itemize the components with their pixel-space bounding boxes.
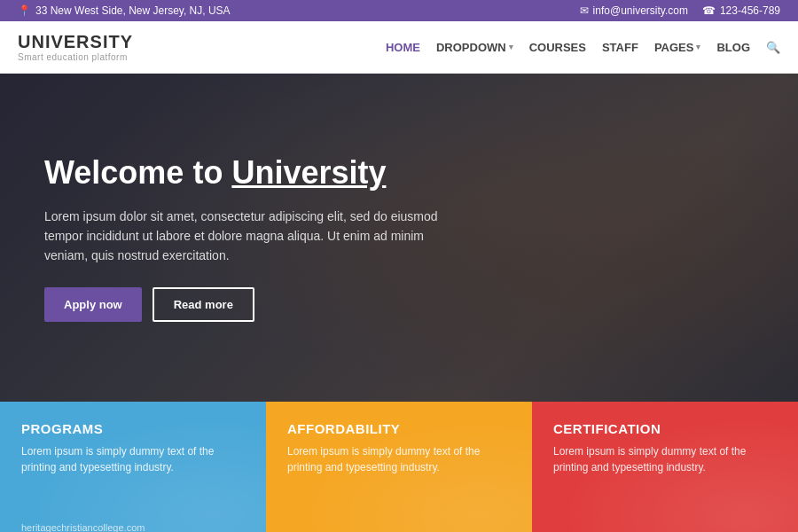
hero-title-highlight: University [231,154,386,191]
apply-now-button[interactable]: Apply now [44,287,142,322]
feature-certification: CERTIFICATION Lorem ipsum is simply dumm… [532,402,798,532]
email-text: info@university.com [593,4,688,17]
nav-staff[interactable]: STAFF [602,41,638,54]
hero-content: Welcome to University Lorem ipsum dolor … [0,118,514,356]
feature-affordability-desc: Lorem ipsum is simply dummy text of the … [287,443,511,475]
pin-icon: 📍 [18,4,31,17]
search-icon[interactable]: 🔍 [766,41,780,54]
hero-section: Welcome to University Lorem ipsum dolor … [0,74,798,402]
header: UNIVERSITY Smart education platform HOME… [0,21,798,74]
read-more-button[interactable]: Read more [153,287,254,322]
feature-programs-title: PROGRAMS [21,421,245,436]
feature-programs-desc: Lorem ipsum is simply dummy text of the … [21,443,245,475]
logo-title: UNIVERSITY [18,32,133,52]
nav-blog[interactable]: BLOG [716,41,750,54]
email-item: ✉ info@university.com [580,4,688,17]
hero-buttons: Apply now Read more [44,287,470,322]
hero-description: Lorem ipsum dolor sit amet, consectetur … [44,207,470,266]
nav-courses[interactable]: COURSES [529,41,586,54]
phone-icon: ☎ [702,4,716,17]
feature-certification-title: CERTIFICATION [553,421,777,436]
top-bar-right: ✉ info@university.com ☎ 123-456-789 [580,4,780,17]
logo-subtitle: Smart education platform [18,52,133,62]
feature-programs-link[interactable]: heritagechristiancollege.com [21,522,145,532]
feature-programs: PROGRAMS Lorem ipsum is simply dummy tex… [0,402,266,532]
dropdown-arrow-icon: ▾ [509,43,513,51]
feature-certification-desc: Lorem ipsum is simply dummy text of the … [553,443,777,475]
address-item: 📍 33 New West Side, New Jersey, NJ, USA [18,4,231,17]
nav-pages[interactable]: PAGES ▾ [654,41,701,54]
hero-title: Welcome to University [44,153,470,192]
phone-item: ☎ 123-456-789 [702,4,780,17]
logo[interactable]: UNIVERSITY Smart education platform [18,32,133,62]
phone-text: 123-456-789 [720,4,780,17]
features-section: PROGRAMS Lorem ipsum is simply dummy tex… [0,402,798,532]
nav-dropdown[interactable]: DROPDOWN ▾ [436,41,513,54]
feature-affordability: AFFORDABILITY Lorem ipsum is simply dumm… [266,402,532,532]
feature-affordability-title: AFFORDABILITY [287,421,511,436]
nav-home[interactable]: HOME [386,41,420,54]
main-nav: HOME DROPDOWN ▾ COURSES STAFF PAGES ▾ BL… [386,41,780,54]
address-text: 33 New West Side, New Jersey, NJ, USA [35,4,231,17]
pages-arrow-icon: ▾ [696,43,700,51]
mail-icon: ✉ [580,4,589,17]
top-bar: 📍 33 New West Side, New Jersey, NJ, USA … [0,0,798,21]
top-bar-left: 📍 33 New West Side, New Jersey, NJ, USA [18,4,231,17]
